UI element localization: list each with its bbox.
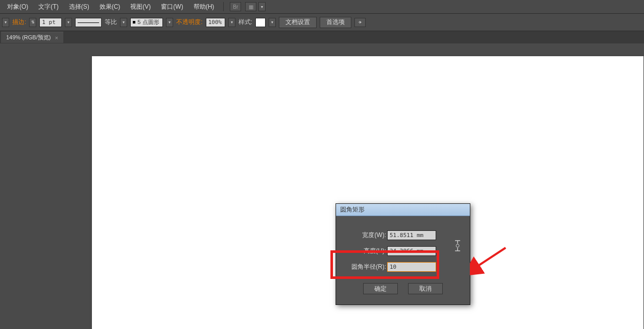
arrange-docs-icon[interactable]: ▦ bbox=[245, 2, 256, 11]
menu-help[interactable]: 帮助(H) bbox=[188, 1, 220, 13]
menu-window[interactable]: 窗口(W) bbox=[156, 1, 188, 13]
opacity-label: 不透明度: bbox=[176, 18, 202, 27]
menu-effect[interactable]: 效果(C) bbox=[94, 1, 126, 13]
style-swatch[interactable] bbox=[255, 18, 266, 27]
tab-label: 149% (RGB/预览) bbox=[6, 34, 51, 41]
chevron-down-icon[interactable]: ▾ bbox=[166, 18, 173, 27]
document-tab[interactable]: 149% (RGB/预览) × bbox=[1, 32, 63, 43]
constrain-proportions-icon[interactable] bbox=[452, 241, 463, 251]
ok-button[interactable]: 确定 bbox=[363, 283, 398, 294]
divider bbox=[223, 2, 224, 11]
dialog-body: 宽度(W): 高度(H): 圆角半径(R): 确定 取消 bbox=[336, 216, 470, 304]
width-input[interactable] bbox=[387, 230, 436, 240]
radius-label: 圆角半径(R): bbox=[342, 263, 387, 271]
brush-swatch[interactable]: 5 点圆形 bbox=[130, 18, 163, 27]
chevron-down-icon[interactable]: ▾ bbox=[65, 18, 72, 27]
stroke-stepper[interactable]: ⇅ bbox=[29, 18, 36, 27]
document-tab-bar: 149% (RGB/预览) × bbox=[0, 31, 644, 43]
stroke-label: 描边: bbox=[12, 18, 26, 27]
scale-label: 等比 bbox=[105, 18, 117, 27]
bridge-icon[interactable]: Br bbox=[230, 2, 241, 11]
menu-select[interactable]: 选择(S) bbox=[64, 1, 94, 13]
menu-object[interactable]: 对象(O) bbox=[2, 1, 33, 13]
height-label: 高度(H): bbox=[342, 247, 387, 255]
menu-view[interactable]: 视图(V) bbox=[125, 1, 156, 13]
chevron-down-icon[interactable]: ▾ bbox=[2, 18, 9, 27]
brush-name: 5 点圆形 bbox=[137, 18, 159, 26]
radius-row: 圆角半径(R): bbox=[342, 262, 464, 272]
chevron-down-icon[interactable]: ▾ bbox=[228, 18, 235, 27]
height-row: 高度(H): bbox=[342, 246, 464, 256]
options-toolbar: ▾ 描边: ⇅ 1 pt ▾ 等比 ▾ 5 点圆形 ▾ 不透明度: 100% ▾… bbox=[0, 14, 644, 31]
dot-icon bbox=[133, 21, 135, 24]
canvas-area[interactable] bbox=[0, 43, 644, 329]
align-icon[interactable]: 🕩 bbox=[354, 18, 366, 27]
menu-text[interactable]: 文字(T) bbox=[33, 1, 63, 13]
height-input[interactable] bbox=[387, 246, 436, 256]
preferences-button[interactable]: 首选项 bbox=[320, 17, 351, 28]
dialog-title: 圆角矩形 bbox=[336, 204, 470, 216]
rounded-rect-dialog: 圆角矩形 宽度(W): 高度(H): 圆角半径(R): 确定 取消 bbox=[336, 203, 470, 305]
close-icon[interactable]: × bbox=[55, 35, 58, 41]
menubar: 对象(O) 文字(T) 选择(S) 效果(C) 视图(V) 窗口(W) 帮助(H… bbox=[0, 0, 644, 14]
opacity-input[interactable]: 100% bbox=[206, 18, 225, 27]
cancel-button[interactable]: 取消 bbox=[408, 283, 443, 294]
chevron-down-icon[interactable]: ▾ bbox=[269, 18, 276, 27]
style-label: 样式: bbox=[238, 18, 252, 27]
stroke-style-swatch[interactable] bbox=[75, 18, 102, 27]
chevron-down-icon[interactable]: ▾ bbox=[120, 18, 127, 27]
radius-input[interactable] bbox=[387, 262, 436, 272]
width-label: 宽度(W): bbox=[342, 231, 387, 240]
doc-setup-button[interactable]: 文档设置 bbox=[279, 17, 317, 28]
chevron-down-icon[interactable]: ▾ bbox=[258, 2, 266, 11]
stroke-input[interactable]: 1 pt bbox=[39, 18, 62, 27]
dialog-buttons: 确定 取消 bbox=[342, 283, 464, 294]
svg-point-0 bbox=[456, 244, 459, 247]
width-row: 宽度(W): bbox=[342, 230, 464, 240]
